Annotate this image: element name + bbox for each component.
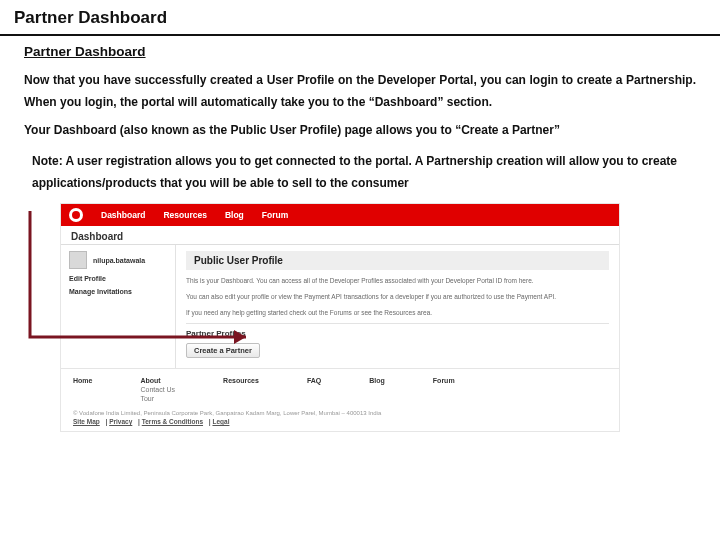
create-partner-button[interactable]: Create a Partner	[186, 343, 260, 358]
nav-forum[interactable]: Forum	[262, 210, 288, 220]
legal-sitemap[interactable]: Site Map	[73, 418, 100, 425]
nav-blog[interactable]: Blog	[225, 210, 244, 220]
portal-screenshot: Dashboard Resources Blog Forum Dashboard…	[60, 203, 620, 432]
screenshot-container: Dashboard Resources Blog Forum Dashboard…	[60, 203, 620, 432]
copyright-text: © Vodafone India Limited, Peninsula Corp…	[61, 406, 619, 418]
sidebar-manage-invitations[interactable]: Manage Invitations	[69, 288, 167, 295]
footer-col-faq[interactable]: FAQ	[307, 377, 321, 402]
main-panel: Public User Profile This is your Dashboa…	[176, 245, 619, 368]
footer-col-resources[interactable]: Resources	[223, 377, 259, 402]
footer-col-forum[interactable]: Forum	[433, 377, 455, 402]
footer-nav: Home About Contact Us Tour Resources FAQ…	[61, 368, 619, 406]
panel-text-2: You can also edit your profile or view t…	[186, 292, 609, 302]
footer-col-blog[interactable]: Blog	[369, 377, 385, 402]
brand-logo-icon	[69, 208, 83, 222]
partner-profiles-heading: Partner Profiles	[186, 323, 609, 338]
portal-topbar: Dashboard Resources Blog Forum	[61, 204, 619, 226]
dashboard-heading: Dashboard	[61, 226, 619, 245]
page-title: Partner Dashboard	[0, 0, 720, 34]
panel-text-1: This is your Dashboard. You can access a…	[186, 276, 609, 286]
panel-heading: Public User Profile	[186, 251, 609, 270]
footer-col-home[interactable]: Home	[73, 377, 92, 402]
intro-paragraph-2: Your Dashboard (also known as the Public…	[24, 119, 696, 141]
legal-legal[interactable]: Legal	[212, 418, 229, 425]
legal-terms[interactable]: Terms & Conditions	[142, 418, 203, 425]
nav-resources[interactable]: Resources	[163, 210, 206, 220]
title-rule	[0, 34, 720, 36]
panel-text-3: If you need any help getting started che…	[186, 308, 609, 318]
sidebar-edit-profile[interactable]: Edit Profile	[69, 275, 167, 282]
intro-paragraph-1: Now that you have successfully created a…	[24, 69, 696, 113]
footer-col-about[interactable]: About Contact Us Tour	[140, 377, 175, 402]
legal-privacy[interactable]: Privacy	[109, 418, 132, 425]
sidebar: nilupa.batawala Edit Profile Manage Invi…	[61, 245, 176, 368]
legal-links: Site Map | Privacy | Terms & Conditions …	[61, 418, 619, 431]
section-subtitle: Partner Dashboard	[24, 44, 696, 59]
nav-dashboard[interactable]: Dashboard	[101, 210, 145, 220]
avatar-icon	[69, 251, 87, 269]
username-label: nilupa.batawala	[93, 257, 145, 264]
note-paragraph: Note: A user registration allows you to …	[32, 150, 696, 196]
